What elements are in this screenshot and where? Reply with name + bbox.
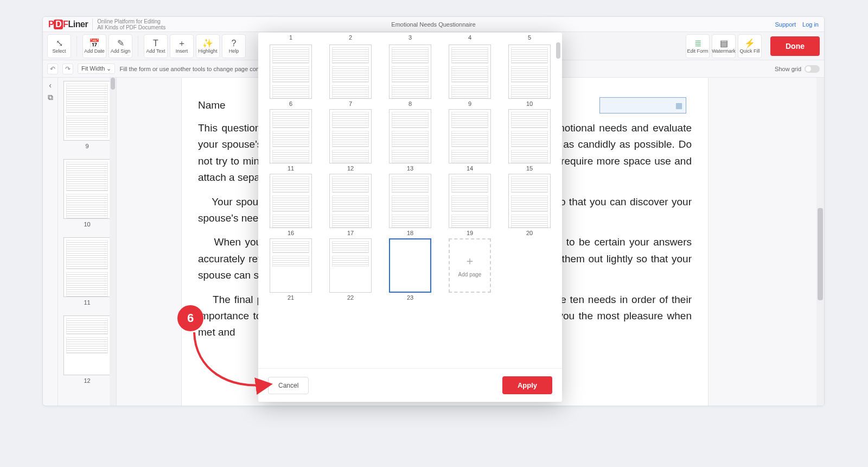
show-grid-toggle[interactable] — [805, 65, 820, 73]
modal-page-thumbnail[interactable] — [389, 45, 431, 99]
form-icon: ≣ — [694, 39, 701, 48]
thumbnails-panel: 9 10 11 12 — [58, 78, 117, 406]
watermark-tool[interactable]: ▤Watermark — [712, 34, 736, 58]
modal-page-thumbnail[interactable] — [329, 238, 372, 293]
modal-page-label: 14 — [467, 165, 473, 172]
plus-icon: ＋ — [177, 39, 186, 48]
highlight-tool[interactable]: ✨Highlight — [196, 34, 220, 58]
separator — [76, 36, 77, 56]
modal-page-thumbnail[interactable] — [270, 238, 312, 293]
date-field[interactable]: ▦ — [599, 97, 686, 113]
highlighter-icon: ✨ — [202, 39, 213, 48]
modal-page-thumbnail[interactable] — [449, 109, 491, 163]
modal-page-label: 7 — [349, 100, 352, 107]
thumbnail[interactable] — [63, 315, 111, 375]
modal-page-label: 15 — [526, 165, 533, 172]
modal-page-thumbnail[interactable] — [329, 109, 372, 163]
page-number: 4 — [445, 34, 495, 41]
modal-page-label: 16 — [288, 230, 294, 236]
top-bar: PDFLiner Online Platform for Editing All… — [43, 17, 824, 32]
modal-page-thumbnail[interactable] — [270, 45, 312, 99]
insert-tool[interactable]: ＋Insert — [170, 34, 194, 58]
modal-page-thumbnail[interactable] — [449, 45, 491, 99]
collapse-icon[interactable]: ‹ — [49, 81, 52, 90]
modal-page-label: 13 — [407, 165, 413, 172]
done-button[interactable]: Done — [770, 36, 820, 56]
calendar-icon: 📅 — [89, 39, 100, 48]
cursor-icon: ⤡ — [56, 39, 63, 48]
modal-page-thumbnail[interactable] — [508, 174, 551, 228]
text-icon: T — [153, 39, 158, 48]
modal-page-label: 10 — [526, 100, 533, 107]
modal-page-thumbnail[interactable] — [389, 174, 431, 228]
thumbnail-label: 10 — [63, 221, 111, 228]
document-title: Emotional Needs Questionnaire — [43, 21, 824, 28]
watermark-icon: ▤ — [720, 39, 728, 48]
edit-form-tool[interactable]: ≣Edit Form — [686, 34, 710, 58]
modal-page-label: 9 — [468, 100, 471, 107]
thumbnail[interactable] — [63, 81, 111, 141]
cancel-button[interactable]: Cancel — [268, 377, 309, 394]
quick-fill-tool[interactable]: ⚡Quick Fill — [738, 34, 762, 58]
modal-page-label: 6 — [289, 100, 292, 107]
thumbnail-label: 11 — [63, 299, 111, 306]
redo-button[interactable]: ↷ — [62, 64, 73, 74]
modal-page-label: 23 — [407, 294, 413, 301]
zoom-select[interactable]: Fit Width ⌄ — [78, 64, 115, 74]
canvas-scrollbar[interactable] — [816, 78, 824, 406]
page-number: 2 — [326, 34, 375, 41]
modal-page-thumbnail[interactable] — [270, 109, 312, 163]
modal-page-label: 17 — [347, 230, 354, 236]
thumbnail-label: 12 — [63, 377, 111, 384]
modal-footer: Cancel Apply — [258, 368, 562, 402]
show-grid-label: Show grid — [775, 66, 801, 72]
page-number: 5 — [505, 34, 554, 41]
modal-page-thumbnail[interactable] — [329, 45, 372, 99]
add-date-tool[interactable]: 📅Add Date — [82, 34, 106, 58]
modal-page-label: 11 — [288, 165, 294, 172]
modal-page-label: 19 — [467, 230, 473, 236]
login-link[interactable]: Log in — [802, 21, 819, 28]
modal-body: 67891011121314151617181920212223＋Add pag… — [258, 42, 562, 368]
add-text-tool[interactable]: TAdd Text — [144, 34, 168, 58]
signature-icon: ✎ — [117, 39, 124, 48]
side-column: ‹ ⧉ — [43, 78, 58, 406]
thumbnail[interactable] — [63, 159, 111, 219]
apply-button[interactable]: Apply — [502, 376, 552, 394]
row-top-numbers: 1 2 3 4 5 — [258, 33, 562, 42]
modal-page-thumbnail[interactable] — [270, 174, 312, 228]
modal-page-thumbnail[interactable] — [329, 174, 372, 228]
modal-page-thumbnail[interactable] — [508, 109, 551, 163]
help-tool[interactable]: ?Help — [222, 34, 246, 58]
page-number: 3 — [385, 34, 435, 41]
modal-page-thumbnail[interactable] — [389, 109, 431, 163]
pages-modal: 1 2 3 4 5 678910111213141516171819202122… — [258, 33, 562, 402]
plus-icon: ＋ — [464, 254, 475, 268]
modal-page-label: 18 — [407, 230, 413, 236]
bolt-icon: ⚡ — [744, 39, 755, 48]
add-page-button[interactable]: ＋Add page — [449, 238, 491, 293]
pages-icon[interactable]: ⧉ — [48, 93, 53, 102]
modal-page-label: 12 — [347, 165, 354, 172]
add-sign-tool[interactable]: ✎Add Sign — [108, 34, 132, 58]
modal-page-thumbnail[interactable] — [449, 174, 491, 228]
select-tool[interactable]: ⤡Select — [47, 34, 71, 58]
modal-page-label: 21 — [288, 294, 294, 301]
thumbnails-scrollbar[interactable] — [110, 78, 116, 406]
modal-scrollbar[interactable] — [556, 42, 561, 368]
calendar-icon: ▦ — [675, 101, 682, 110]
chevron-down-icon: ⌄ — [106, 65, 111, 72]
thumbnail[interactable] — [63, 237, 111, 297]
modal-page-thumbnail[interactable] — [508, 45, 551, 99]
modal-page-label: 20 — [526, 230, 533, 236]
step-annotation: 6 — [177, 305, 203, 331]
hint-text: Fill the form or use another tools to ch… — [119, 66, 269, 72]
separator — [138, 36, 138, 56]
add-page-label: Add page — [458, 272, 482, 277]
undo-button[interactable]: ↶ — [47, 64, 58, 74]
help-icon: ? — [232, 39, 237, 48]
modal-page-label: 8 — [409, 100, 412, 107]
modal-page-thumbnail[interactable] — [389, 238, 431, 293]
modal-page-label: 22 — [347, 294, 354, 301]
support-link[interactable]: Support — [775, 21, 796, 28]
